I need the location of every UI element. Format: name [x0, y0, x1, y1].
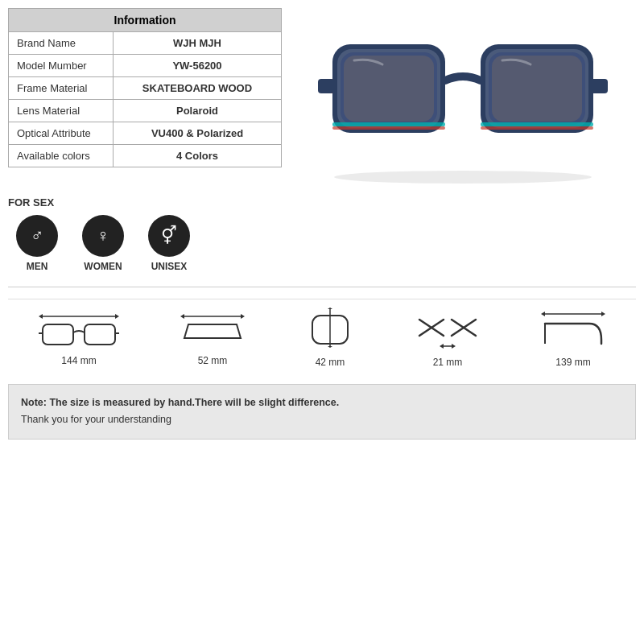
- sex-item-label-unisex: UNISEX: [151, 261, 188, 272]
- table-row: Brand NameWJH MJH: [9, 32, 282, 55]
- sex-icons: ♂MEN♀WOMEN⚥UNISEX: [16, 215, 636, 272]
- sex-item-label-men: MEN: [27, 261, 48, 272]
- dim-label-21: 21 mm: [433, 357, 463, 368]
- sex-icon-men: ♂: [16, 215, 58, 257]
- svg-marker-28: [328, 308, 332, 309]
- dim-svg-52: [180, 310, 245, 350]
- svg-marker-18: [39, 314, 43, 319]
- table-cell-label: Lens Material: [9, 100, 114, 122]
- dimension-item-52: 52 mm: [180, 310, 245, 366]
- dim-svg-42: [306, 308, 354, 352]
- note-line1: Note: The size is measured by hand.There…: [21, 394, 623, 411]
- svg-marker-29: [328, 346, 332, 348]
- table-cell-value: YW-56200: [114, 55, 282, 77]
- sex-item-unisex: ⚥UNISEX: [148, 215, 190, 272]
- svg-rect-20: [43, 324, 73, 345]
- svg-marker-35: [541, 312, 545, 316]
- dimensions-section: 144 mm 52 mm 42 mm: [8, 299, 636, 376]
- table-row: Optical AttributeVU400 & Polarized: [9, 122, 282, 145]
- table-cell-label: Optical Attribute: [9, 122, 114, 145]
- svg-marker-32: [440, 344, 444, 349]
- table-cell-value: VU400 & Polarized: [114, 122, 282, 145]
- glasses-svg: [310, 8, 616, 185]
- dim-svg-144: [39, 310, 119, 350]
- table-row: Frame MaterialSKATEBOARD WOOD: [9, 77, 282, 100]
- note-line2: Thank you for your understanding: [21, 411, 623, 428]
- sex-item-women: ♀WOMEN: [82, 215, 124, 272]
- main-container: Information Brand NameWJH MJHModel Mumbe…: [0, 0, 644, 644]
- table-row: Available colors4 Colors: [9, 145, 282, 167]
- table-cell-label: Available colors: [9, 145, 114, 167]
- table-row: Lens MaterialPolaroid: [9, 100, 282, 122]
- dimension-item-144: 144 mm: [39, 310, 119, 366]
- top-section: Information Brand NameWJH MJHModel Mumbe…: [8, 8, 636, 185]
- dim-label-42: 42 mm: [316, 357, 345, 368]
- table-title: Information: [9, 9, 282, 32]
- section-divider: [8, 287, 636, 287]
- sex-icon-women: ♀: [82, 215, 124, 257]
- svg-rect-21: [85, 324, 115, 345]
- dim-label-144: 144 mm: [61, 355, 96, 366]
- svg-rect-8: [344, 56, 434, 122]
- table-cell-value: SKATEBOARD WOOD: [114, 77, 282, 100]
- sex-section: FOR SEX ♂MEN♀WOMEN⚥UNISEX: [8, 193, 636, 275]
- table-row: Model MumberYW-56200: [9, 55, 282, 77]
- dimension-item-42: 42 mm: [306, 308, 354, 368]
- glasses-image: [290, 8, 636, 185]
- svg-marker-26: [241, 314, 245, 319]
- svg-rect-15: [481, 122, 593, 126]
- svg-marker-19: [115, 314, 119, 319]
- sex-item-label-women: WOMEN: [84, 261, 122, 272]
- dim-label-139: 139 mm: [555, 357, 590, 368]
- svg-marker-33: [452, 344, 456, 349]
- svg-marker-25: [180, 314, 184, 319]
- dimension-item-139: 139 mm: [541, 308, 605, 368]
- svg-rect-14: [332, 126, 445, 130]
- table-cell-value: 4 Colors: [114, 145, 282, 167]
- note-section: Note: The size is measured by hand.There…: [8, 384, 636, 440]
- dim-svg-21: [415, 308, 480, 352]
- svg-marker-36: [601, 312, 605, 316]
- table-cell-value: WJH MJH: [114, 32, 282, 55]
- dimension-item-21: 21 mm: [415, 308, 480, 368]
- svg-rect-16: [481, 126, 593, 130]
- svg-rect-13: [332, 122, 445, 126]
- sex-icon-unisex: ⚥: [148, 215, 190, 257]
- svg-rect-2: [318, 79, 334, 93]
- table-cell-label: Model Mumber: [9, 55, 114, 77]
- table-cell-label: Brand Name: [9, 32, 114, 55]
- dim-label-52: 52 mm: [198, 355, 228, 366]
- svg-point-0: [334, 171, 592, 184]
- table-cell-value: Polaroid: [114, 100, 282, 122]
- sex-label: FOR SEX: [8, 196, 636, 208]
- sex-item-men: ♂MEN: [16, 215, 58, 272]
- info-table: Information Brand NameWJH MJHModel Mumbe…: [8, 8, 282, 167]
- svg-rect-12: [492, 56, 582, 122]
- dim-svg-139: [541, 308, 605, 352]
- table-cell-label: Frame Material: [9, 77, 114, 100]
